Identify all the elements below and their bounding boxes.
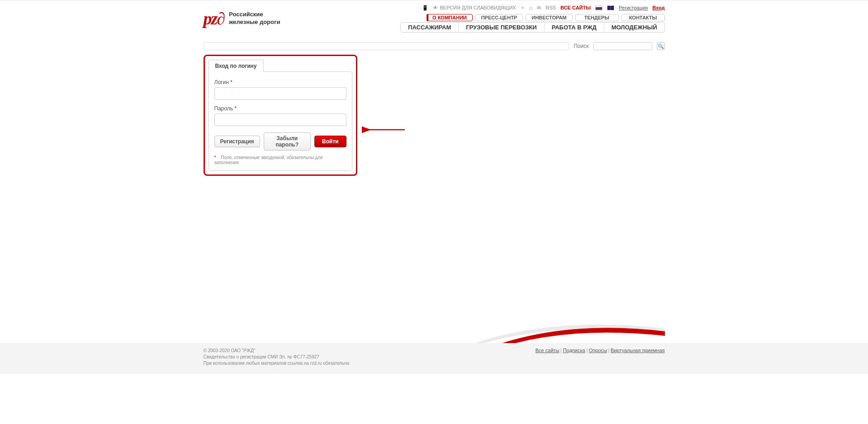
eye-icon [433, 5, 438, 10]
rss-link[interactable]: RSS [545, 5, 556, 10]
required-mark-icon: * [234, 105, 237, 112]
mail-icon[interactable] [537, 5, 541, 11]
login-top-link[interactable]: Вход [652, 5, 664, 10]
logo-text: Российские железные дороги [229, 11, 280, 26]
nav-tenders[interactable]: ТЕНДЕРЫ [575, 14, 619, 21]
password-label: Пароль * [214, 105, 237, 112]
nav-contacts[interactable]: КОНТАКТЫ [621, 14, 665, 21]
home-icon[interactable] [529, 5, 533, 11]
accessibility-label: ВЕРСИЯ ДЛЯ СЛАБОВИДЯЩИХ [440, 5, 516, 10]
nav-about[interactable]: О КОМПАНИИ [427, 14, 473, 21]
search-icon: 🔍 [658, 43, 664, 49]
login-input[interactable] [214, 87, 346, 100]
flag-en-icon[interactable] [607, 5, 614, 10]
footer-link-subscribe[interactable]: Подписка [563, 348, 585, 353]
accessibility-link[interactable]: ВЕРСИЯ ДЛЯ СЛАБОВИДЯЩИХ [433, 5, 516, 10]
nav-cargo[interactable]: ГРУЗОВЫЕ ПЕРЕВОЗКИ [458, 23, 544, 32]
forgot-password-button[interactable]: Забыли пароль? [264, 132, 311, 151]
submit-login-button[interactable]: Войти [314, 136, 346, 147]
nav-press[interactable]: ПРЕСС-ЦЕНТР [475, 14, 523, 21]
login-label: Логин * [214, 79, 232, 85]
mobile-icon[interactable] [422, 5, 428, 11]
footer-legal: © 2003-2020 ОАО "РЖД" Свидетельство о ре… [204, 348, 350, 367]
login-panel: Вход по логину Логин * Пароль * [204, 55, 357, 176]
password-input[interactable] [214, 113, 346, 126]
breadcrumb-bar [204, 42, 569, 50]
search-button[interactable]: 🔍 [657, 42, 665, 50]
all-sites-link[interactable]: ВСЕ САЙТЫ [560, 5, 591, 10]
login-tab[interactable]: Вход по логину [209, 60, 264, 72]
expand-icon[interactable] [521, 5, 525, 11]
flag-ru-icon[interactable] [595, 5, 602, 10]
nav-careers[interactable]: РАБОТА В РЖД [544, 23, 604, 32]
nav-youth[interactable]: МОЛОДЕЖНЫЙ [604, 23, 664, 32]
required-mark-icon: * [230, 79, 232, 85]
nav-investors[interactable]: ИНВЕСТОРАМ [526, 14, 572, 21]
logo-icon: pz∂ [204, 9, 225, 28]
register-button[interactable]: Регистрация [214, 136, 260, 147]
required-note: * Поля, отмеченные звездочкой, обязатель… [214, 155, 346, 165]
search-label: Поиск [574, 43, 588, 49]
footer-decoration [204, 302, 665, 343]
annotation-arrow-icon [366, 125, 407, 136]
footer-link-all-sites[interactable]: Все сайты [536, 348, 560, 353]
search-input[interactable] [593, 42, 652, 50]
register-top-link[interactable]: Регистрация [619, 5, 648, 10]
nav-passengers[interactable]: ПАССАЖИРАМ [401, 23, 458, 32]
footer-link-polls[interactable]: Опросы [589, 348, 607, 353]
logo-block[interactable]: pz∂ Российские железные дороги [204, 9, 280, 28]
footer-link-virtual[interactable]: Виртуальная приемная [611, 348, 664, 353]
